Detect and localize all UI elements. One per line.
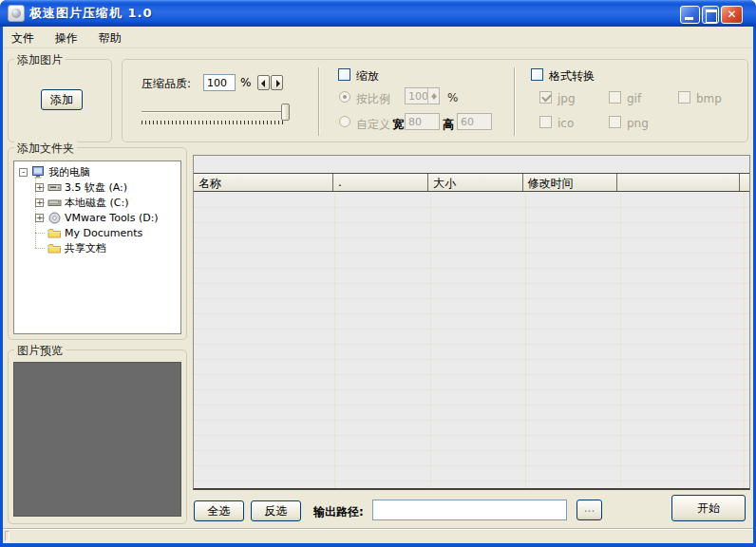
output-path-input[interactable] (372, 500, 567, 520)
format-label: 格式转换 (549, 68, 595, 85)
quality-slider-thumb[interactable] (281, 104, 290, 121)
scale-custom-radio[interactable] (339, 116, 350, 127)
column-header-modified[interactable]: 修改时间 (523, 174, 617, 191)
status-bar (3, 528, 753, 543)
browse-button[interactable]: ... (576, 500, 602, 520)
quality-unit: % (240, 76, 251, 89)
quality-input[interactable] (203, 74, 236, 91)
app-window: 极速图片压缩机 1.0 文件 操作 帮助 添加图片 添加 压缩品质: % 缩放 … (0, 0, 756, 547)
quality-decrease-icon[interactable] (257, 75, 270, 90)
width-input[interactable] (405, 113, 440, 130)
quality-slider-ticks (142, 121, 286, 124)
quality-label: 压缩品质: (142, 76, 191, 92)
add-button[interactable]: 添加 (41, 89, 83, 110)
format-png-label: png (627, 117, 649, 130)
tree-collapse-icon[interactable]: - (19, 168, 28, 177)
menu-help[interactable]: 帮助 (90, 27, 130, 49)
tree-expand-icon[interactable]: + (35, 183, 44, 192)
quality-slider-track[interactable] (142, 111, 289, 113)
start-button[interactable]: 开始 (671, 495, 746, 521)
status-grip (5, 531, 9, 541)
cdrom-icon (47, 212, 62, 224)
quality-increase-icon[interactable] (271, 75, 283, 90)
column-header-dot[interactable]: . (333, 174, 428, 191)
add-image-group: 添加图片 添加 (8, 59, 112, 142)
format-gif-checkbox[interactable] (609, 91, 621, 104)
format-ico-checkbox[interactable] (539, 116, 552, 128)
invert-selection-button[interactable]: 反选 (251, 500, 301, 521)
tree-item-disk-c[interactable]: + 本地磁盘 (C:) (14, 195, 180, 210)
height-label: 高 (443, 117, 454, 133)
folder-icon (47, 227, 62, 239)
settings-group: 压缩品质: % 缩放 按比例 % 自定义 宽 高 格式转换 jpg gif bm… (122, 59, 748, 142)
file-list-panel: 名称 . 大小 修改时间 (193, 155, 750, 490)
scale-proportional-radio[interactable] (339, 91, 350, 103)
floppy-icon (47, 181, 62, 194)
tree-item-my-documents[interactable]: My Documents (14, 225, 180, 240)
column-header-extra[interactable] (617, 174, 740, 191)
menu-action[interactable]: 操作 (47, 27, 86, 49)
divider (514, 67, 515, 136)
window-title: 极速图片压缩机 1.0 (29, 0, 153, 27)
column-header-size[interactable]: 大小 (428, 174, 522, 191)
tree-item-label: 3.5 软盘 (A:) (65, 180, 127, 195)
title-bar[interactable]: 极速图片压缩机 1.0 (0, 0, 756, 27)
tree-expand-icon[interactable]: + (35, 214, 44, 222)
grid-line (620, 193, 621, 488)
tree-item-label: 我的电脑 (48, 165, 90, 179)
format-bmp-label: bmp (696, 92, 722, 105)
scale-proportional-label: 按比例 (356, 91, 390, 107)
grid-line (525, 193, 526, 488)
scale-percent-spinner-icon[interactable] (427, 88, 439, 104)
tree-item-my-computer[interactable]: - 我的电脑 (14, 164, 180, 179)
scale-checkbox[interactable] (338, 68, 350, 81)
column-header-filler (740, 174, 749, 191)
folders-group: 添加文件夹 - 我的电脑 + (8, 147, 187, 340)
tree-item-label: 共享文档 (65, 241, 106, 255)
format-ico-label: ico (558, 117, 574, 130)
harddisk-icon (47, 197, 62, 209)
add-image-group-label: 添加图片 (14, 52, 66, 68)
folder-tree[interactable]: - 我的电脑 + 3.5 软盘 (A:) + (13, 160, 181, 334)
app-icon[interactable] (8, 5, 25, 22)
height-input[interactable] (457, 113, 492, 130)
format-bmp-checkbox[interactable] (678, 91, 690, 104)
grid-line (334, 193, 335, 488)
minimize-button[interactable] (680, 6, 700, 24)
output-path-label: 输出路径: (313, 504, 364, 520)
tree-expand-icon[interactable]: + (35, 198, 44, 207)
folder-icon (47, 242, 62, 255)
width-label: 宽 (392, 117, 404, 133)
tree-item-drive-d[interactable]: + VMware Tools (D:) (14, 210, 180, 225)
grid-line (744, 193, 745, 488)
format-jpg-label: jpg (558, 92, 576, 105)
menu-bar: 文件 操作 帮助 (3, 27, 753, 48)
divider (318, 67, 319, 136)
tree-item-label: VMware Tools (D:) (65, 212, 159, 224)
folders-group-label: 添加文件夹 (14, 141, 77, 157)
file-list-body[interactable] (194, 193, 749, 488)
scale-percent-unit: % (447, 91, 458, 104)
tree-item-label: My Documents (65, 227, 142, 239)
file-list-header: 名称 . 大小 修改时间 (194, 173, 749, 192)
format-gif-label: gif (627, 92, 641, 105)
scale-custom-label: 自定义 (356, 117, 390, 133)
tree-item-shared-docs[interactable]: 共享文档 (14, 240, 180, 255)
format-checkbox[interactable] (531, 68, 543, 81)
scale-label: 缩放 (356, 68, 379, 85)
menu-file[interactable]: 文件 (3, 27, 43, 49)
format-jpg-checkbox[interactable] (539, 91, 552, 104)
grid-line (430, 193, 431, 488)
computer-icon (31, 166, 46, 179)
preview-group-label: 图片预览 (14, 343, 66, 359)
column-header-name[interactable]: 名称 (194, 174, 333, 191)
maximize-button[interactable] (702, 6, 719, 24)
image-preview-area (13, 362, 181, 517)
format-png-checkbox[interactable] (609, 116, 621, 128)
select-all-button[interactable]: 全选 (194, 500, 244, 521)
preview-group: 图片预览 (8, 349, 187, 524)
tree-item-floppy-a[interactable]: + 3.5 软盘 (A:) (14, 179, 180, 195)
tree-item-label: 本地磁盘 (C:) (65, 196, 128, 210)
close-button[interactable] (721, 6, 743, 24)
